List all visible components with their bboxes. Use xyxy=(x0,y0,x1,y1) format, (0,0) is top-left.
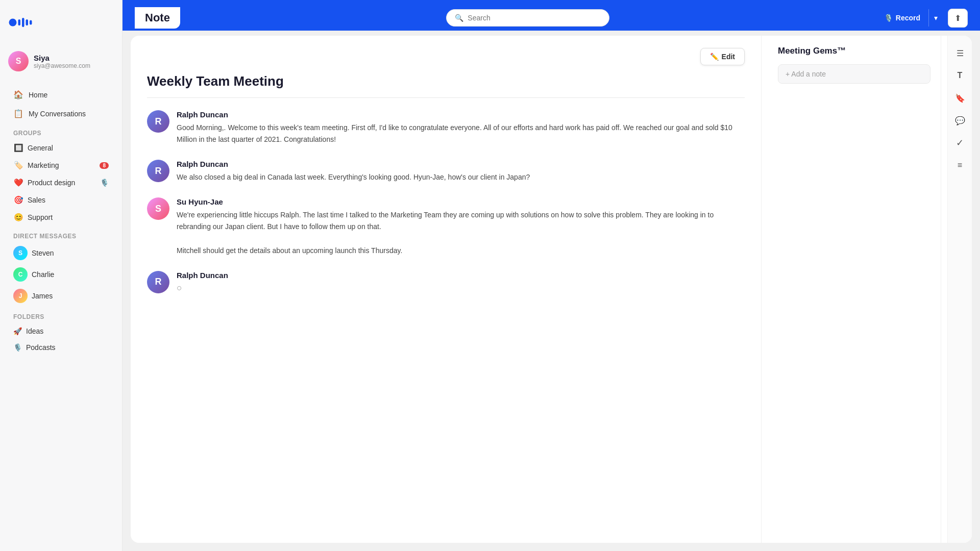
app-logo xyxy=(8,14,39,31)
page-title-area: Note xyxy=(135,7,180,29)
group-marketing-label: Marketing xyxy=(28,161,59,169)
message-block-4: R Ralph Duncan ○ xyxy=(147,271,745,293)
conversations-icon: 📋 xyxy=(13,109,23,118)
sidebar-dm-charlie[interactable]: C Charlie xyxy=(8,264,114,285)
top-bar: Note 🔍 🎙️ Record ▾ ⬆ xyxy=(122,0,980,36)
sidebar-item-sales[interactable]: 🎯 Sales xyxy=(8,192,114,208)
svg-rect-4 xyxy=(30,20,32,25)
message-block-2: R Ralph Duncan We also closed a big deal… xyxy=(147,160,745,183)
svg-rect-3 xyxy=(26,19,29,26)
mic-icon: 🎙️ xyxy=(100,179,109,187)
message-text-1: Good Morning,. Welcome to this week's te… xyxy=(177,122,745,145)
pencil-icon: ✏️ xyxy=(710,53,719,61)
sidebar-item-general[interactable]: 🔲 General xyxy=(8,140,114,156)
avatar-steven: S xyxy=(13,246,28,260)
record-mic-icon: 🎙️ xyxy=(884,14,893,22)
avatar-ralph-2: R xyxy=(147,160,169,182)
page-title: Note xyxy=(135,7,180,29)
sidebar-dm-steven[interactable]: S Steven xyxy=(8,243,114,263)
sidebar-item-support[interactable]: 😊 Support xyxy=(8,209,114,226)
search-bar[interactable]: 🔍 xyxy=(446,9,609,27)
sidebar-folder-ideas[interactable]: 🚀 Ideas xyxy=(8,323,114,339)
content-area: ✏️ Edit Weekly Team Meeting R Ralph Dunc… xyxy=(131,36,972,543)
speaker-name-3: Su Hyun-Jae xyxy=(177,197,745,206)
comment-icon: 💬 xyxy=(955,116,965,126)
message-block-3: S Su Hyun-Jae We're experiencing little … xyxy=(147,197,745,256)
add-note-label: + Add a note xyxy=(786,70,826,78)
marketing-badge: 8 xyxy=(100,162,109,169)
avatar: S xyxy=(8,51,29,71)
toolbar-comment-button[interactable]: 💬 xyxy=(951,111,969,130)
sidebar-item-product-design[interactable]: ❤️ Product design 🎙️ xyxy=(8,174,114,191)
dm-section-label: Direct Messages xyxy=(8,227,114,243)
edit-btn-wrapper: ✏️ Edit xyxy=(147,48,745,65)
record-dropdown-button[interactable]: ▾ xyxy=(928,9,943,27)
avatar-james: J xyxy=(13,289,28,303)
upload-icon: ⬆ xyxy=(954,14,961,22)
sales-icon: 🎯 xyxy=(13,195,23,205)
add-note-button[interactable]: + Add a note xyxy=(778,64,930,84)
toolbar-text-button[interactable]: T xyxy=(951,66,969,85)
speaker-name-4: Ralph Duncan xyxy=(177,271,745,280)
user-info: Siya siya@awesome.com xyxy=(34,54,90,69)
svg-point-0 xyxy=(9,19,17,27)
sidebar-item-home[interactable]: 🏠 Home xyxy=(8,86,114,104)
dm-steven-label: Steven xyxy=(32,249,54,257)
text-icon: T xyxy=(958,71,963,80)
group-product-design-label: Product design xyxy=(28,179,75,187)
general-icon: 🔲 xyxy=(13,143,23,153)
home-icon: 🏠 xyxy=(13,90,23,99)
check-icon: ✓ xyxy=(956,137,964,148)
folder-podcasts-label: Podcasts xyxy=(26,343,56,352)
podcasts-folder-icon: 🎙️ xyxy=(13,343,22,352)
record-button[interactable]: 🎙️ Record xyxy=(876,9,928,27)
dm-james-label: James xyxy=(32,292,53,300)
transcript-panel: ✏️ Edit Weekly Team Meeting R Ralph Dunc… xyxy=(131,36,762,543)
group-sales-label: Sales xyxy=(28,196,45,204)
edit-label: Edit xyxy=(722,53,735,61)
avatar-suhyun: S xyxy=(147,197,169,220)
search-input[interactable] xyxy=(468,14,601,22)
message-text-2: We also closed a big deal in Canada last… xyxy=(177,171,745,183)
avatar-ralph-1: R xyxy=(147,110,169,133)
sidebar-item-marketing[interactable]: 🏷️ Marketing 8 xyxy=(8,157,114,173)
right-toolbar: ☰ T 🔖 💬 ✓ ≡ xyxy=(947,36,972,543)
sidebar-folder-podcasts[interactable]: 🎙️ Podcasts xyxy=(8,340,114,355)
notes-title: Meeting Gems™ xyxy=(778,46,930,56)
toolbar-lines-button[interactable]: ☰ xyxy=(951,44,969,62)
chevron-down-icon: ▾ xyxy=(934,14,938,22)
svg-rect-2 xyxy=(22,18,24,27)
toolbar-bookmark-button[interactable]: 🔖 xyxy=(951,89,969,107)
main-wrapper: Note 🔍 🎙️ Record ▾ ⬆ xyxy=(122,0,980,551)
bookmark-icon: 🔖 xyxy=(955,93,965,103)
toolbar-list-button[interactable]: ≡ xyxy=(951,156,969,174)
svg-rect-1 xyxy=(18,19,21,26)
marketing-icon: 🏷️ xyxy=(13,161,23,170)
upload-button[interactable]: ⬆ xyxy=(948,9,968,28)
message-content-1: Ralph Duncan Good Morning,. Welcome to t… xyxy=(177,110,745,145)
message-content-3: Su Hyun-Jae We're experiencing little hi… xyxy=(177,197,745,256)
sidebar-item-home-label: Home xyxy=(29,91,47,99)
message-text-3: We're experiencing little hiccups Ralph.… xyxy=(177,209,745,256)
user-profile[interactable]: S Siya siya@awesome.com xyxy=(8,47,114,76)
speaker-name-2: Ralph Duncan xyxy=(177,160,745,168)
message-block-1: R Ralph Duncan Good Morning,. Welcome to… xyxy=(147,110,745,145)
sidebar: S Siya siya@awesome.com 🏠 Home 📋 My Conv… xyxy=(0,0,122,551)
folder-ideas-label: Ideas xyxy=(26,327,43,335)
notes-panel: Meeting Gems™ + Add a note xyxy=(768,36,941,543)
record-label: Record xyxy=(896,14,920,22)
dm-charlie-label: Charlie xyxy=(32,270,54,279)
edit-button[interactable]: ✏️ Edit xyxy=(700,48,745,65)
group-support-label: Support xyxy=(28,213,53,221)
speaker-name-1: Ralph Duncan xyxy=(177,110,745,119)
groups-section-label: Groups xyxy=(8,123,114,140)
sidebar-dm-james[interactable]: J James xyxy=(8,286,114,306)
message-content-4: Ralph Duncan ○ xyxy=(177,271,745,293)
user-email: siya@awesome.com xyxy=(34,62,90,69)
support-icon: 😊 xyxy=(13,213,23,222)
toolbar-check-button[interactable]: ✓ xyxy=(951,134,969,152)
message-content-2: Ralph Duncan We also closed a big deal i… xyxy=(177,160,745,183)
lines-icon: ☰ xyxy=(957,48,964,58)
sidebar-item-conversations[interactable]: 📋 My Conversations xyxy=(8,105,114,122)
product-design-icon: ❤️ xyxy=(13,178,23,187)
